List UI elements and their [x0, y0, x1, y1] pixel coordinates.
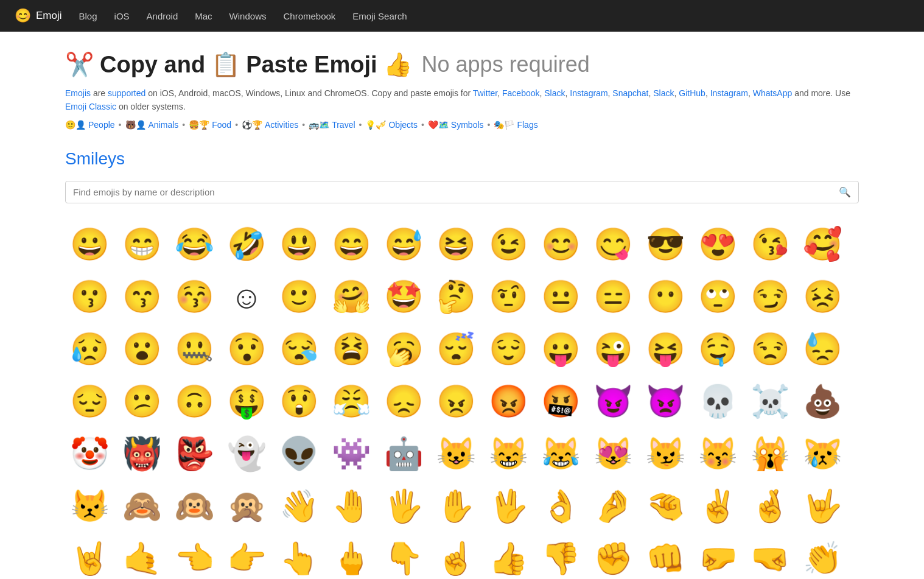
emoji-item[interactable]: 😃 — [275, 220, 323, 269]
emoji-item[interactable]: 😲 — [275, 377, 323, 426]
cat-link-symbols[interactable]: Symbols — [451, 120, 484, 130]
emoji-item[interactable]: 😅 — [379, 220, 428, 269]
emoji-item[interactable]: ☠️ — [746, 377, 794, 426]
emoji-item[interactable]: 👉 — [222, 535, 271, 579]
emoji-item[interactable]: 😌 — [484, 325, 533, 374]
emoji-item[interactable]: 🤔 — [432, 273, 480, 321]
emoji-item[interactable]: 🙀 — [746, 430, 794, 479]
nav-link-android[interactable]: Android — [147, 11, 178, 21]
emoji-item[interactable]: 🤘 — [65, 535, 114, 579]
emoji-item[interactable]: 👏 — [798, 535, 847, 579]
emoji-item[interactable]: 🙂 — [275, 273, 323, 321]
supported-link[interactable]: supported — [108, 88, 145, 98]
emoji-item[interactable]: 🤬 — [536, 377, 585, 426]
emoji-item[interactable]: 😍 — [693, 220, 742, 269]
emoji-item[interactable]: 😏 — [746, 273, 794, 321]
emoji-item[interactable]: 😥 — [65, 325, 114, 374]
emoji-item[interactable]: 🤏 — [641, 482, 690, 531]
emoji-item[interactable]: 😣 — [798, 273, 847, 321]
twitter-link[interactable]: Twitter — [473, 88, 497, 98]
emoji-item[interactable]: 😄 — [327, 220, 376, 269]
emojis-link[interactable]: Emojis — [65, 88, 91, 98]
emoji-item[interactable]: 😯 — [222, 325, 271, 374]
emoji-item[interactable]: 🖕 — [327, 535, 376, 579]
emoji-item[interactable]: ☝️ — [432, 535, 480, 579]
emoji-item[interactable]: 😓 — [798, 325, 847, 374]
emoji-item[interactable]: 😘 — [746, 220, 794, 269]
emoji-item[interactable]: 🖖 — [484, 482, 533, 531]
emoji-item[interactable]: 🙉 — [170, 482, 219, 531]
emoji-item[interactable]: 🤜 — [746, 535, 794, 579]
emoji-item[interactable]: 😮 — [117, 325, 166, 374]
emoji-item[interactable]: 👎 — [536, 535, 585, 579]
emoji-item[interactable]: 👻 — [222, 430, 271, 479]
snapchat-link[interactable]: Snapchat — [612, 88, 648, 98]
search-input[interactable] — [73, 187, 839, 197]
emoji-item[interactable]: 👈 — [170, 535, 219, 579]
emoji-item[interactable]: 😔 — [65, 377, 114, 426]
emoji-item[interactable]: 😽 — [693, 430, 742, 479]
emoji-item[interactable]: 👿 — [641, 377, 690, 426]
cat-link-travel[interactable]: Travel — [332, 120, 355, 130]
slack-link-1[interactable]: Slack — [544, 88, 565, 98]
cat-link-flags[interactable]: Flags — [517, 120, 537, 130]
cat-link-food[interactable]: Food — [212, 120, 231, 130]
emoji-item[interactable]: 😺 — [432, 430, 480, 479]
emoji-classic-link[interactable]: Emoji Classic — [65, 102, 116, 111]
emoji-item[interactable]: 😿 — [798, 430, 847, 479]
emoji-item[interactable]: 🙄 — [693, 273, 742, 321]
emoji-item[interactable]: 🙃 — [170, 377, 219, 426]
emoji-item[interactable]: 🤞 — [746, 482, 794, 531]
emoji-item[interactable]: 🤨 — [484, 273, 533, 321]
emoji-item[interactable]: 😕 — [117, 377, 166, 426]
emoji-item[interactable]: 🤐 — [170, 325, 219, 374]
nav-link-blog[interactable]: Blog — [79, 11, 97, 21]
emoji-item[interactable]: 😚 — [170, 273, 219, 321]
emoji-item[interactable]: 🤩 — [379, 273, 428, 321]
emoji-item[interactable]: 🤟 — [798, 482, 847, 531]
emoji-item[interactable]: 💀 — [693, 377, 742, 426]
emoji-item[interactable]: 👍 — [484, 535, 533, 579]
emoji-item[interactable]: 😝 — [641, 325, 690, 374]
emoji-item[interactable]: 😸 — [484, 430, 533, 479]
emoji-item[interactable]: 👺 — [170, 430, 219, 479]
emoji-item[interactable]: 😗 — [65, 273, 114, 321]
emoji-item[interactable]: ☺️ — [222, 273, 271, 321]
github-link[interactable]: GitHub — [679, 88, 705, 98]
emoji-item[interactable]: 🤑 — [222, 377, 271, 426]
emoji-item[interactable]: ✋ — [432, 482, 480, 531]
cat-link-people[interactable]: People — [88, 120, 115, 130]
nav-brand[interactable]: 😊 Emoji — [15, 8, 62, 24]
nav-link-ios[interactable]: iOS — [114, 11, 130, 21]
emoji-item[interactable]: 😞 — [379, 377, 428, 426]
emoji-item[interactable]: 😁 — [117, 220, 166, 269]
emoji-item[interactable]: 👾 — [327, 430, 376, 479]
nav-link-mac[interactable]: Mac — [195, 11, 212, 21]
emoji-item[interactable]: 😆 — [432, 220, 480, 269]
emoji-item[interactable]: ✊ — [589, 535, 637, 579]
emoji-item[interactable]: 🖐️ — [379, 482, 428, 531]
emoji-item[interactable]: 😻 — [589, 430, 637, 479]
emoji-item[interactable]: 👽 — [275, 430, 323, 479]
emoji-item[interactable]: 😶 — [641, 273, 690, 321]
emoji-item[interactable]: 😉 — [484, 220, 533, 269]
emoji-item[interactable]: 🤗 — [327, 273, 376, 321]
emoji-item[interactable]: 😑 — [589, 273, 637, 321]
emoji-item[interactable]: 😊 — [536, 220, 585, 269]
cat-link-activities[interactable]: Activities — [265, 120, 298, 130]
emoji-item[interactable]: 🤡 — [65, 430, 114, 479]
emoji-item[interactable]: 😫 — [327, 325, 376, 374]
emoji-item[interactable]: 😂 — [170, 220, 219, 269]
nav-link-chromebook[interactable]: Chromebook — [283, 11, 335, 21]
cat-link-animals[interactable]: Animals — [149, 120, 179, 130]
emoji-item[interactable]: 😤 — [327, 377, 376, 426]
emoji-item[interactable]: 🥰 — [798, 220, 847, 269]
emoji-item[interactable]: 😾 — [65, 482, 114, 531]
emoji-item[interactable]: 😋 — [589, 220, 637, 269]
emoji-item[interactable]: 😹 — [536, 430, 585, 479]
emoji-item[interactable]: 👊 — [641, 535, 690, 579]
emoji-item[interactable]: 🤚 — [327, 482, 376, 531]
emoji-item[interactable]: 🤖 — [379, 430, 428, 479]
emoji-item[interactable]: 👆 — [275, 535, 323, 579]
emoji-item[interactable]: 💩 — [798, 377, 847, 426]
